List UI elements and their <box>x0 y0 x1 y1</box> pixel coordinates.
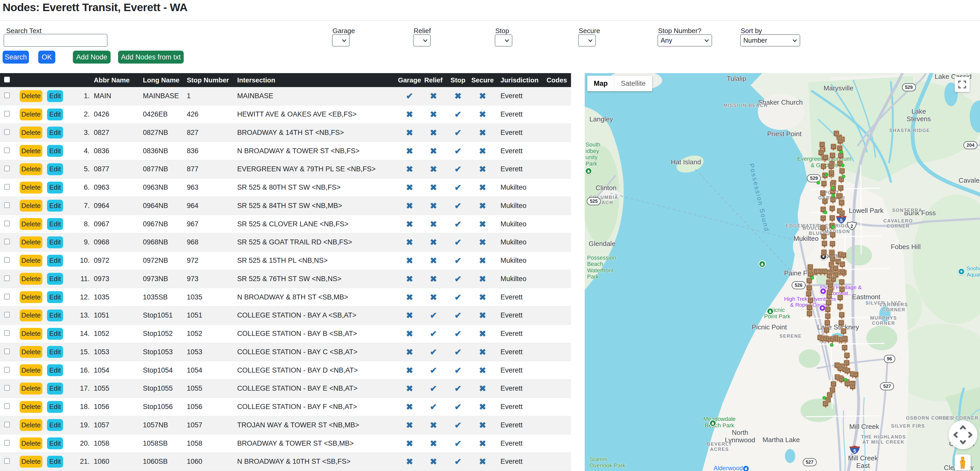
row-checkbox[interactable] <box>4 148 10 153</box>
fullscreen-button[interactable] <box>955 77 970 92</box>
bus-stop-marker[interactable] <box>820 225 826 233</box>
stop-number-filter-select[interactable]: Any <box>657 34 712 46</box>
stop-dot-marker[interactable] <box>816 181 820 185</box>
bus-stop-marker[interactable] <box>829 241 835 249</box>
park-poi[interactable] <box>759 261 766 268</box>
stop-dot-marker[interactable] <box>825 173 828 177</box>
row-checkbox[interactable] <box>4 92 10 98</box>
secure-filter-select[interactable] <box>578 34 596 46</box>
edit-button[interactable]: Edit <box>47 310 63 321</box>
row-checkbox[interactable] <box>4 165 10 171</box>
delete-button[interactable]: Delete <box>20 236 42 248</box>
bus-stop-marker[interactable] <box>839 199 845 208</box>
park-poi[interactable] <box>709 420 716 427</box>
delete-button[interactable]: Delete <box>20 255 42 267</box>
sort-by-select[interactable]: Number <box>740 34 800 46</box>
stop-dot-marker[interactable] <box>831 194 835 197</box>
bus-stop-marker[interactable] <box>823 327 829 336</box>
park-poi[interactable] <box>767 308 774 315</box>
bus-stop-marker[interactable] <box>839 312 845 320</box>
stop-dot-marker[interactable] <box>830 186 834 189</box>
row-checkbox[interactable] <box>4 403 10 409</box>
bus-stop-marker[interactable] <box>838 153 843 161</box>
bus-stop-marker[interactable] <box>842 336 848 344</box>
delete-button[interactable]: Delete <box>20 181 42 194</box>
bus-stop-marker[interactable] <box>822 240 827 249</box>
row-checkbox[interactable] <box>4 221 10 226</box>
map-canvas[interactable]: Map Satellite TulalipMarysvilleLake Cass… <box>585 73 980 471</box>
stop-dot-marker[interactable] <box>822 396 826 400</box>
search-input[interactable] <box>4 34 108 47</box>
add-node-button[interactable]: Add Node <box>73 51 111 64</box>
stop-dot-marker[interactable] <box>830 343 834 347</box>
delete-button[interactable]: Delete <box>20 90 42 102</box>
edit-button[interactable]: Edit <box>47 90 63 102</box>
bus-stop-marker[interactable] <box>822 198 828 207</box>
bus-stop-marker[interactable] <box>842 345 848 353</box>
bus-stop-marker[interactable] <box>821 249 827 258</box>
delete-button[interactable]: Delete <box>20 291 42 303</box>
stop-dot-marker[interactable] <box>810 276 814 280</box>
edit-button[interactable]: Edit <box>47 383 63 395</box>
row-checkbox[interactable] <box>4 111 10 116</box>
delete-button[interactable]: Delete <box>20 200 42 212</box>
edit-button[interactable]: Edit <box>47 273 63 285</box>
edit-button[interactable]: Edit <box>47 401 63 413</box>
delete-button[interactable]: Delete <box>20 145 42 157</box>
edit-button[interactable]: Edit <box>47 456 63 468</box>
bus-stop-marker[interactable] <box>826 290 832 298</box>
delete-button[interactable]: Delete <box>20 419 42 431</box>
edit-button[interactable]: Edit <box>47 181 63 194</box>
delete-button[interactable]: Delete <box>20 401 42 413</box>
bus-stop-marker[interactable] <box>830 153 835 161</box>
row-checkbox[interactable] <box>4 440 10 446</box>
park-poi[interactable] <box>585 167 592 175</box>
edit-button[interactable]: Edit <box>47 328 63 340</box>
row-checkbox[interactable] <box>4 458 10 464</box>
row-checkbox[interactable] <box>4 239 10 244</box>
bus-stop-marker[interactable] <box>830 144 836 152</box>
edit-button[interactable]: Edit <box>47 108 63 120</box>
delete-button[interactable]: Delete <box>20 218 42 230</box>
bus-stop-marker[interactable] <box>822 154 828 163</box>
edit-button[interactable]: Edit <box>47 163 63 175</box>
stop-filter-select[interactable] <box>495 34 512 46</box>
shopping-poi[interactable] <box>742 465 749 471</box>
bus-stop-marker[interactable] <box>839 286 845 295</box>
bus-stop-marker[interactable] <box>821 163 827 172</box>
bus-stop-marker[interactable] <box>838 320 844 328</box>
bus-stop-marker[interactable] <box>839 210 845 219</box>
delete-button[interactable]: Delete <box>20 108 42 120</box>
bus-stop-marker[interactable] <box>840 269 846 277</box>
row-checkbox[interactable] <box>4 257 10 263</box>
row-checkbox[interactable] <box>4 202 10 208</box>
row-checkbox[interactable] <box>4 129 10 135</box>
bus-stop-marker[interactable] <box>840 261 845 270</box>
bus-stop-marker[interactable] <box>853 372 859 380</box>
stop-dot-marker[interactable] <box>841 164 845 167</box>
edit-button[interactable]: Edit <box>47 346 63 358</box>
delete-button[interactable]: Delete <box>20 273 42 285</box>
pan-control[interactable] <box>948 420 977 449</box>
row-checkbox[interactable] <box>4 312 10 318</box>
bus-stop-marker[interactable] <box>821 181 827 189</box>
bus-stop-marker[interactable] <box>829 205 835 214</box>
pegman-button[interactable] <box>955 455 971 471</box>
bus-stop-marker[interactable] <box>820 190 826 199</box>
add-nodes-from-txt-button[interactable]: Add Nodes from txt <box>118 51 184 64</box>
edit-button[interactable]: Edit <box>47 236 63 248</box>
edit-button[interactable]: Edit <box>47 364 63 376</box>
bus-stop-marker[interactable] <box>830 197 836 205</box>
relief-filter-select[interactable] <box>413 34 431 46</box>
delete-button[interactable]: Delete <box>20 310 42 321</box>
row-checkbox[interactable] <box>4 184 10 189</box>
bus-stop-marker[interactable] <box>807 310 813 319</box>
row-checkbox[interactable] <box>4 367 10 372</box>
select-all-checkbox[interactable] <box>4 77 10 83</box>
row-checkbox[interactable] <box>4 294 10 299</box>
row-checkbox[interactable] <box>4 348 10 354</box>
ok-button[interactable]: OK <box>38 51 55 64</box>
edit-button[interactable]: Edit <box>47 255 63 267</box>
garage-filter-select[interactable] <box>332 34 350 46</box>
edit-button[interactable]: Edit <box>47 291 63 303</box>
